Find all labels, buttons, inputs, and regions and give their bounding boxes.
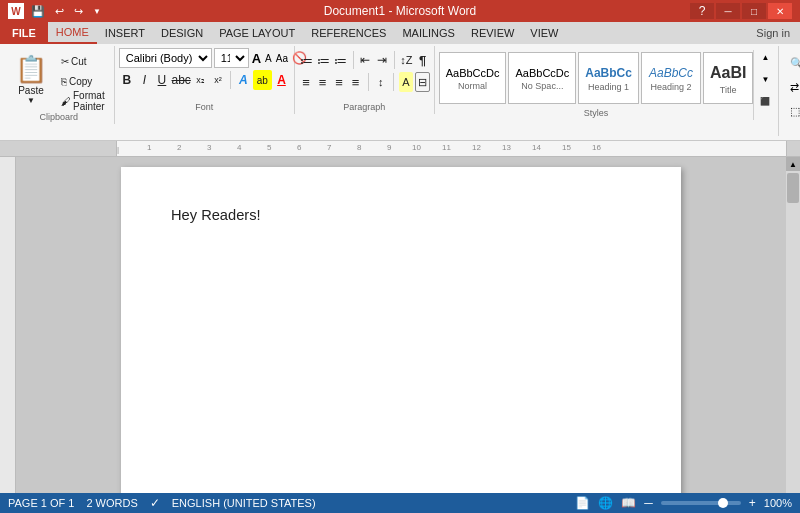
justify-button[interactable]: ≡ <box>348 72 363 92</box>
align-left-button[interactable]: ≡ <box>299 72 314 92</box>
strikethrough-button[interactable]: abc <box>171 70 191 90</box>
styles-scroll-up[interactable]: ▲ <box>756 48 774 66</box>
paste-dropdown[interactable]: ▼ <box>27 96 35 105</box>
numbering-button[interactable]: ≔ <box>316 50 331 70</box>
find-button[interactable]: 🔍 Find ▼ <box>783 52 800 74</box>
copy-button[interactable]: ⎘ Copy <box>56 72 110 90</box>
file-menu-button[interactable]: FILE <box>0 22 48 44</box>
font-color-button[interactable]: A <box>273 70 290 90</box>
menu-item-page-layout[interactable]: PAGE LAYOUT <box>211 22 303 44</box>
text-highlight-button[interactable]: ab <box>253 70 273 90</box>
status-right: 📄 🌐 📖 ─ + 100% <box>575 496 792 510</box>
decrease-indent-button[interactable]: ⇤ <box>358 50 372 70</box>
quick-save-btn[interactable]: 💾 <box>28 5 48 18</box>
menu-item-review[interactable]: REVIEW <box>463 22 522 44</box>
styles-label: Styles <box>439 108 754 118</box>
language-info[interactable]: ENGLISH (UNITED STATES) <box>172 497 316 509</box>
select-button[interactable]: ⬚ Select ▼ <box>783 100 800 122</box>
align-right-button[interactable]: ≡ <box>332 72 347 92</box>
page-area[interactable]: Hey Readers! <box>16 157 786 512</box>
cut-icon: ✂ <box>61 56 69 67</box>
style-title[interactable]: AaBI Title <box>703 52 753 104</box>
bold-button[interactable]: B <box>119 70 136 90</box>
increase-indent-button[interactable]: ⇥ <box>375 50 389 70</box>
style-heading1[interactable]: AaBbCc Heading 1 <box>578 52 639 104</box>
cut-button[interactable]: ✂ Cut <box>56 52 110 70</box>
clipboard-small-buttons: ✂ Cut ⎘ Copy 🖌 Format Painter <box>56 48 110 110</box>
menu-item-home[interactable]: HOME <box>48 22 97 44</box>
view-print-icon[interactable]: 📄 <box>575 496 590 510</box>
para-divider3 <box>368 73 369 91</box>
zoom-in-icon[interactable]: + <box>749 496 756 510</box>
sign-in-button[interactable]: Sign in <box>746 22 800 44</box>
vertical-scrollbar[interactable]: ▲ ▼ <box>786 157 800 512</box>
shading-button[interactable]: A <box>399 72 414 92</box>
view-web-icon[interactable]: 🌐 <box>598 496 613 510</box>
zoom-slider[interactable] <box>661 501 741 505</box>
style-nospace-name: No Spac... <box>521 81 563 91</box>
show-marks-button[interactable]: ¶ <box>416 50 430 70</box>
format-painter-button[interactable]: 🖌 Format Painter <box>56 92 110 110</box>
para-divider4 <box>393 73 394 91</box>
underline-button[interactable]: U <box>154 70 171 90</box>
style-nospace-preview: AaBbCcDc <box>515 65 569 82</box>
sort-button[interactable]: ↕Z <box>399 50 413 70</box>
zoom-thumb[interactable] <box>718 498 728 508</box>
clipboard-group: 📋 Paste ▼ ✂ Cut ⎘ Copy 🖌 Format Painter … <box>4 46 115 124</box>
window-title: Document1 - Microsoft Word <box>324 4 477 18</box>
close-button[interactable]: ✕ <box>768 3 792 19</box>
quick-undo-btn[interactable]: ↩ <box>52 5 67 18</box>
find-icon: 🔍 <box>790 57 800 70</box>
title-bar: W 💾 ↩ ↪ ▼ Document1 - Microsoft Word ? ─… <box>0 0 800 22</box>
style-title-preview: AaBI <box>710 61 746 85</box>
menu-item-references[interactable]: REFERENCES <box>303 22 394 44</box>
replace-button[interactable]: ⇄ Replace <box>783 76 800 98</box>
style-normal[interactable]: AaBbCcDc Normal <box>439 52 507 104</box>
content-area: Hey Readers! ▲ ▼ <box>0 157 800 512</box>
document-text[interactable]: Hey Readers! <box>171 207 631 223</box>
styles-expand[interactable]: ⬛ <box>756 92 774 110</box>
font-name-select[interactable]: Calibri (Body) <box>119 48 212 68</box>
view-read-icon[interactable]: 📖 <box>621 496 636 510</box>
text-effects-button[interactable]: A <box>235 70 252 90</box>
replace-icon: ⇄ <box>790 81 799 94</box>
style-no-spacing[interactable]: AaBbCcDc No Spac... <box>508 52 576 104</box>
style-heading2[interactable]: AaBbCc Heading 2 <box>641 52 701 104</box>
menu-item-design[interactable]: DESIGN <box>153 22 211 44</box>
menu-item-mailings[interactable]: MAILINGS <box>394 22 463 44</box>
spell-check-icon[interactable]: ✓ <box>150 496 160 510</box>
font-size-select[interactable]: 11 <box>214 48 249 68</box>
multilevel-button[interactable]: ≔ <box>333 50 348 70</box>
font-shrink-button[interactable]: A <box>264 49 273 67</box>
align-center-button[interactable]: ≡ <box>315 72 330 92</box>
maximize-button[interactable]: □ <box>742 3 766 19</box>
scroll-up-arrow[interactable]: ▲ <box>786 157 800 171</box>
copy-label: Copy <box>69 76 92 87</box>
menu-item-view[interactable]: VIEW <box>522 22 566 44</box>
style-h1-name: Heading 1 <box>588 82 629 92</box>
quick-redo-btn[interactable]: ↪ <box>71 5 86 18</box>
superscript-button[interactable]: x² <box>210 70 227 90</box>
change-case-button[interactable]: Aa <box>275 49 289 67</box>
font-grow-button[interactable]: A <box>251 49 262 67</box>
menu-item-insert[interactable]: INSERT <box>97 22 153 44</box>
paste-button[interactable]: 📋 Paste ▼ <box>8 48 54 110</box>
minimize-button[interactable]: ─ <box>716 3 740 19</box>
help-button[interactable]: ? <box>690 3 714 19</box>
styles-scroll-down[interactable]: ▼ <box>756 70 774 88</box>
style-h2-preview: AaBbCc <box>649 64 693 82</box>
word-icon: W <box>8 3 24 19</box>
line-spacing-button[interactable]: ↕ <box>373 72 388 92</box>
italic-button[interactable]: I <box>136 70 153 90</box>
border-button[interactable]: ⊟ <box>415 72 430 92</box>
format-painter-icon: 🖌 <box>61 96 71 107</box>
font-group: Calibri (Body) 11 A A Aa 🚫 B I U abc x₂ … <box>115 46 295 114</box>
quick-dropdown-btn[interactable]: ▼ <box>90 7 104 16</box>
document-content[interactable]: Hey Readers! <box>171 207 631 223</box>
subscript-button[interactable]: x₂ <box>192 70 209 90</box>
zoom-out-icon[interactable]: ─ <box>644 496 653 510</box>
bullets-button[interactable]: ≔ <box>299 50 314 70</box>
styles-group: AaBbCcDc Normal AaBbCcDc No Spac... AaBb… <box>435 46 780 136</box>
scroll-thumb[interactable] <box>787 173 799 203</box>
paragraph-group: ≔ ≔ ≔ ⇤ ⇥ ↕Z ¶ ≡ ≡ ≡ ≡ ↕ A ⊟ Paragraph <box>295 46 435 114</box>
